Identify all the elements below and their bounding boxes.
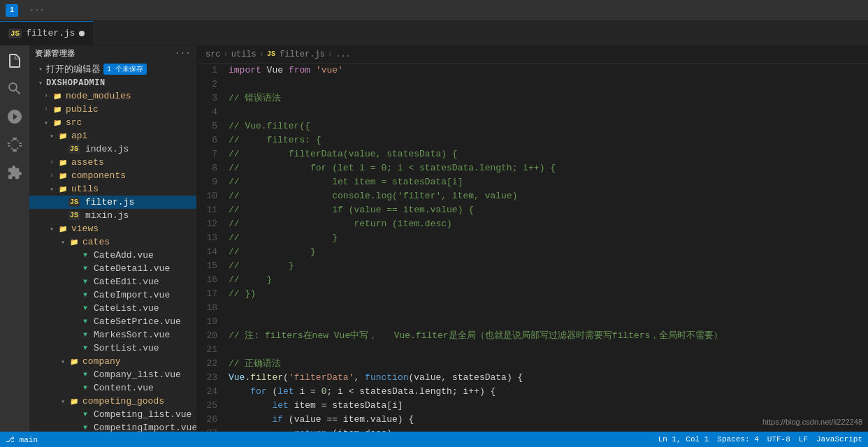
line-number: 17: [197, 287, 229, 301]
file-cate-set-price[interactable]: ▼ CateSetPrice.vue: [29, 315, 196, 328]
code-line: 17// }): [197, 287, 868, 301]
views-folder-icon: 📁: [57, 225, 68, 233]
public-chevron: ›: [41, 105, 52, 113]
debug-icon[interactable]: [2, 132, 27, 157]
editor-content[interactable]: 1import Vue from 'vue'2 3// 错误语法4 5// Vu…: [197, 64, 868, 432]
code-line: 3// 错误语法: [197, 91, 868, 105]
code-line: 10// console.log('filter', item, value): [197, 189, 868, 203]
company-chevron: ▾: [57, 358, 68, 366]
watermark: https://blog.csdn.net/li222248: [762, 418, 862, 426]
git-icon[interactable]: [2, 104, 27, 129]
code-line: 21: [197, 343, 868, 357]
status-bar: ⎇ main Ln 1, Col 1 Spaces: 4 UTF-8 LF Ja…: [0, 432, 868, 447]
cate-detail-label: CateDetail.vue: [94, 263, 170, 274]
folder-utils[interactable]: ▾ 📁 utils: [29, 182, 196, 196]
line-content: // for (let i = 0; i < statesData.length…: [229, 161, 868, 175]
utils-chevron: ▾: [46, 185, 57, 193]
node-modules-folder-icon: 📁: [52, 92, 63, 101]
file-company-list[interactable]: ▼ Company_list.vue: [29, 368, 196, 381]
competing-import-label: CompetingImport.vue: [94, 423, 197, 432]
code-line: 16// }: [197, 273, 868, 287]
status-eol: LF: [799, 435, 808, 444]
src-label: src: [66, 117, 82, 128]
code-line: 12// return (item.desc): [197, 217, 868, 231]
sidebar-dots[interactable]: ···: [175, 48, 191, 59]
line-number: 22: [197, 357, 229, 371]
code-line: 22// 正确语法: [197, 357, 868, 371]
file-cate-edit[interactable]: ▼ CateEdit.vue: [29, 275, 196, 288]
markes-sort-label: MarkesSort.vue: [94, 330, 170, 340]
line-number: 19: [197, 315, 229, 329]
open-editors-section[interactable]: ▾ 打开的编辑器 1 个未保存: [29, 61, 196, 77]
line-content: // return (item.desc): [229, 217, 868, 231]
utils-folder-icon: 📁: [57, 185, 68, 193]
index-js-label: index.js: [85, 144, 129, 154]
title-dots[interactable]: ···: [29, 6, 45, 15]
line-number: 8: [197, 161, 229, 175]
line-number: 24: [197, 385, 229, 399]
open-editors-label: 打开的编辑器: [46, 63, 101, 75]
sidebar: 资源管理器 ··· ▾ 打开的编辑器 1 个未保存 ▾ DXSHOPADMIN …: [29, 45, 197, 432]
line-content: [229, 301, 868, 315]
title-bar: 1 ···: [0, 0, 868, 21]
cate-add-label: CateAdd.vue: [94, 250, 154, 261]
search-icon[interactable]: [2, 76, 27, 101]
folder-node-modules[interactable]: › 📁 node_modules: [29, 89, 196, 103]
breadcrumb-utils: utils: [231, 50, 256, 59]
folder-src[interactable]: ▾ 📁 src: [29, 116, 196, 129]
file-cate-list[interactable]: ▼ CateList.vue: [29, 302, 196, 315]
folder-company[interactable]: ▾ 📁 company: [29, 355, 196, 368]
root-chevron: ▾: [35, 79, 46, 87]
line-content: return (item.desc): [229, 427, 868, 432]
status-branch: ⎇ main: [6, 435, 38, 444]
cates-label: cates: [82, 237, 110, 247]
line-number: 25: [197, 399, 229, 413]
code-line: 9// let item = statesData[i]: [197, 175, 868, 189]
file-markes-sort[interactable]: ▼ MarkesSort.vue: [29, 328, 196, 342]
folder-api[interactable]: ▾ 📁 api: [29, 129, 196, 142]
code-line: 13// }: [197, 231, 868, 245]
folder-public[interactable]: › 📁 public: [29, 103, 196, 116]
cate-set-price-label: CateSetPrice.vue: [94, 316, 181, 327]
code-line: 2: [197, 78, 868, 91]
company-list-icon: ▼: [80, 371, 91, 379]
views-label: views: [71, 224, 99, 234]
file-index-js[interactable]: JS index.js: [29, 142, 196, 156]
files-icon[interactable]: [2, 48, 27, 73]
folder-assets[interactable]: › 📁 assets: [29, 156, 196, 169]
cate-list-icon: ▼: [80, 305, 91, 312]
file-mixin-js[interactable]: JS mixin.js: [29, 209, 196, 222]
cate-list-label: CateList.vue: [94, 303, 159, 314]
folder-competing-goods[interactable]: ▾ 📁 competing_goods: [29, 395, 196, 408]
line-number: 3: [197, 91, 229, 105]
assets-chevron: ›: [46, 159, 57, 166]
line-content: // Vue.filter({: [229, 119, 868, 133]
file-cate-detail[interactable]: ▼ CateDetail.vue: [29, 262, 196, 275]
root-folder[interactable]: ▾ DXSHOPADMIN: [29, 77, 196, 89]
file-cate-import[interactable]: ▼ CateImport.vue: [29, 288, 196, 302]
components-chevron: ›: [46, 172, 57, 179]
code-line: 7// filterData(value, statesData) {: [197, 147, 868, 161]
line-number: 20: [197, 329, 229, 343]
line-number: 27: [197, 427, 229, 432]
file-content[interactable]: ▼ Content.vue: [29, 381, 196, 395]
tab-dirty-dot: [79, 31, 85, 36]
file-competing-list[interactable]: ▼ Competing_list.vue: [29, 408, 196, 421]
code-line: 8// for (let i = 0; i < statesData.lengt…: [197, 161, 868, 175]
utils-label: utils: [71, 184, 99, 194]
folder-cates[interactable]: ▾ 📁 cates: [29, 235, 196, 249]
line-number: 16: [197, 273, 229, 287]
line-content: // if (value == item.value) {: [229, 203, 868, 217]
file-sort-list[interactable]: ▼ SortList.vue: [29, 342, 196, 355]
line-number: 6: [197, 133, 229, 147]
folder-views[interactable]: ▾ 📁 views: [29, 222, 196, 235]
file-competing-import[interactable]: ▼ CompetingImport.vue: [29, 421, 196, 432]
views-chevron: ▾: [46, 225, 57, 233]
cate-detail-icon: ▼: [80, 265, 91, 272]
tab-filter-js[interactable]: JS filter.js: [0, 21, 94, 45]
folder-components[interactable]: › 📁 components: [29, 169, 196, 182]
competing-list-label: Competing_list.vue: [94, 409, 191, 420]
file-filter-js[interactable]: JS filter.js: [29, 196, 196, 209]
extensions-icon[interactable]: [2, 160, 27, 185]
file-cate-add[interactable]: ▼ CateAdd.vue: [29, 249, 196, 262]
